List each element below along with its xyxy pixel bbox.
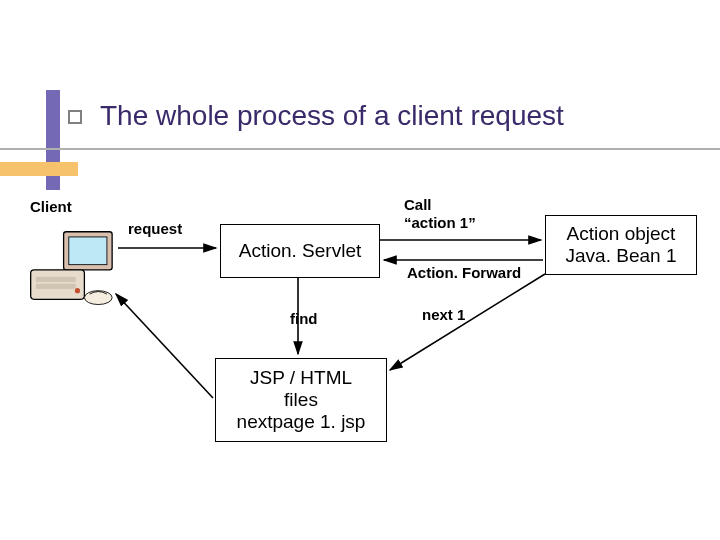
arrows-layer (0, 0, 720, 540)
svg-line-10 (390, 274, 545, 370)
diagram-canvas: Client request Action. Servlet Call “act… (0, 0, 720, 540)
svg-line-12 (116, 294, 213, 398)
